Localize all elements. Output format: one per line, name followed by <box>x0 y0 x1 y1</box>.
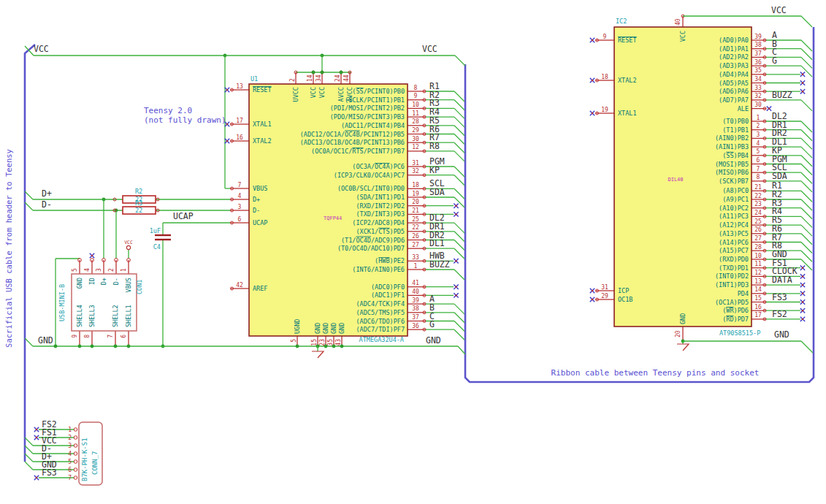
component-package: TQFP44 <box>324 215 342 221</box>
net-label: R8 <box>429 141 440 151</box>
pin-name: UGND <box>294 319 301 334</box>
bus-entry <box>801 216 812 227</box>
pin-name: (ADC11/PCINT4)PB4 <box>341 122 405 129</box>
net-label-ucap: UCAP <box>173 211 194 221</box>
pin-number: 2 <box>289 78 296 82</box>
pin-name: D+ <box>253 196 260 203</box>
net-label-dminus: D- <box>42 199 52 210</box>
pin-name: (MOSI)PB5 <box>715 161 749 168</box>
no-connect-icon <box>226 140 228 142</box>
pin-number: 4 <box>238 193 242 199</box>
net-label: DL1 <box>429 238 445 248</box>
pin-name: OC1B <box>618 296 632 303</box>
pin-number: 9 <box>603 34 607 40</box>
pin-name: (AD3)PA3 <box>719 62 749 69</box>
no-connect-icon <box>592 290 593 291</box>
bus-entry <box>25 446 33 454</box>
net-label: SDA <box>772 171 787 181</box>
pin-number: 19 <box>412 191 419 197</box>
pin-number: 16 <box>754 304 762 310</box>
bus-entry <box>454 175 464 186</box>
component-value: USB-MINI-B <box>58 284 66 321</box>
component-ref: U1 <box>251 75 258 83</box>
pin-number: 26 <box>754 226 762 233</box>
bus-entry <box>801 130 812 141</box>
pin-name: (AD7)PA7 <box>719 96 749 104</box>
pin-end-circle <box>74 452 77 456</box>
pin-name: UCAP <box>253 219 267 226</box>
pin-number: 35 <box>327 339 334 346</box>
junction-dot <box>78 345 82 348</box>
pin-number: 44 <box>343 75 350 82</box>
pin-name: (MISO)PB6 <box>715 169 749 176</box>
pin-name: (SCLK/PCINT1)PB1 <box>345 96 405 104</box>
pin-name: SHELL4 <box>76 305 83 327</box>
pin-name: RESET <box>618 37 637 44</box>
pin-number: 13 <box>236 83 243 90</box>
pin-name: VBUS <box>125 278 132 292</box>
no-connect-icon <box>592 112 593 114</box>
pin-number: 22 <box>412 224 419 231</box>
pin-number: 33 <box>754 85 762 91</box>
pin-name: (AIN1)PB3 <box>715 143 749 150</box>
bus-entry <box>454 142 464 153</box>
net-label: FS2 <box>772 309 787 319</box>
pin-number: 30 <box>412 136 419 142</box>
pin-name: (AD4)PA4 <box>719 71 749 78</box>
pin-number: 7 <box>107 335 114 338</box>
vcc-symbol-label: VCC <box>124 240 133 245</box>
pin-number: 34 <box>316 75 322 82</box>
left-bus <box>25 45 35 462</box>
no-connect-icon <box>226 123 228 125</box>
pin-number: 8 <box>414 85 418 91</box>
component-value: 1uF <box>150 227 161 234</box>
pin-name: (RD)PD7 <box>722 316 749 323</box>
no-connect-icon <box>802 275 803 277</box>
component-value: AT90S8515-P <box>719 329 760 337</box>
pin-name: (ADC0)PF0 <box>371 283 405 291</box>
pin-number: 18 <box>601 74 608 80</box>
pin-number: 10 <box>754 253 762 259</box>
schematic-canvas[interactable]: VCCVCCD+D-UCAP1uFC4R222R322GNDGNDVCC5GND… <box>0 0 826 504</box>
bus-entry <box>454 134 464 145</box>
junction-dot <box>312 71 316 75</box>
pin-number: 7 <box>68 475 72 481</box>
pin-number: 12 <box>412 144 419 150</box>
no-connect-icon <box>36 477 37 478</box>
pin-number: 6 <box>121 335 127 338</box>
net-label-gnd: GND <box>774 329 789 340</box>
pin-number: 37 <box>754 50 762 57</box>
bus-entry <box>801 138 812 149</box>
pin-number: 29 <box>412 127 419 134</box>
pin-name: (ICP2/ADC8)PD4 <box>352 219 405 226</box>
pin-number: 18 <box>412 182 419 188</box>
component-value: ATMEGA32U4-A <box>359 336 404 343</box>
bus-entry <box>801 147 812 158</box>
pin-name: (AD1)PA1 <box>719 45 749 53</box>
pin-name: AREF <box>253 285 267 292</box>
pin-number: 3 <box>238 204 242 210</box>
pin-name: VCC <box>310 87 317 98</box>
bus-entry <box>801 16 812 27</box>
bus-entry <box>454 304 464 314</box>
pin-number: 32 <box>412 168 419 175</box>
pin-number: 24 <box>334 75 341 82</box>
no-connect-icon <box>802 91 803 92</box>
pin-name: (ADC5/TMS)PF5 <box>356 309 405 316</box>
bus-entry <box>801 164 812 175</box>
pin-number: 2 <box>757 123 760 129</box>
pin-name: (T1)PB1 <box>722 126 749 134</box>
c4-capacitor[interactable] <box>155 235 171 240</box>
pin-number: 3 <box>96 268 102 272</box>
bus-entry <box>801 156 812 167</box>
pin-number: 34 <box>754 76 762 83</box>
pin-number: 11 <box>754 261 762 267</box>
no-connect-icon <box>802 301 803 302</box>
pin-number: 6 <box>238 216 242 223</box>
bus-entry <box>454 240 464 251</box>
gnd-rail <box>25 338 33 346</box>
pin-name: GND <box>76 278 83 289</box>
pin-number: 4 <box>68 451 72 457</box>
bus-entry <box>454 321 464 332</box>
component-package: DIL40 <box>668 177 683 183</box>
